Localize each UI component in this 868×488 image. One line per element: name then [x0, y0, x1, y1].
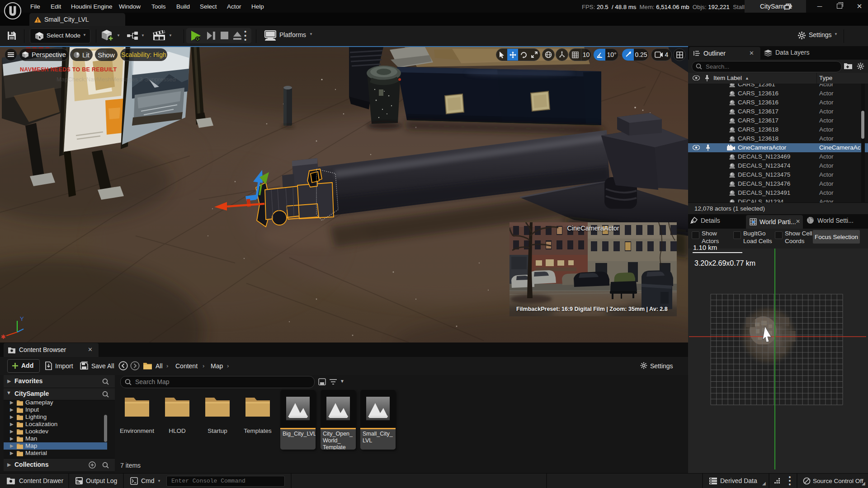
svg-text:✱: ✱ — [1, 333, 6, 340]
svg-text:Y: Y — [20, 315, 24, 322]
